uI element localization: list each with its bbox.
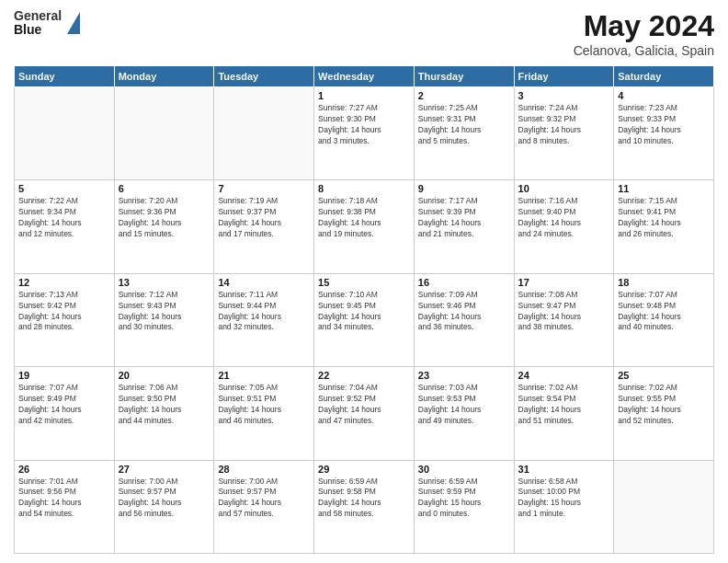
calendar-cell: 12Sunrise: 7:13 AM Sunset: 9:42 PM Dayli… [15, 273, 115, 366]
day-number: 27 [119, 464, 210, 475]
day-info: Sunrise: 7:03 AM Sunset: 9:53 PM Dayligh… [418, 383, 510, 427]
calendar-cell: 19Sunrise: 7:07 AM Sunset: 9:49 PM Dayli… [15, 367, 115, 460]
day-info: Sunrise: 7:00 AM Sunset: 9:57 PM Dayligh… [218, 477, 310, 521]
day-number: 21 [218, 370, 310, 381]
day-info: Sunrise: 7:07 AM Sunset: 9:48 PM Dayligh… [618, 290, 710, 334]
calendar-cell: 16Sunrise: 7:09 AM Sunset: 9:46 PM Dayli… [414, 273, 514, 366]
calendar-cell: 22Sunrise: 7:04 AM Sunset: 9:52 PM Dayli… [314, 367, 415, 460]
logo-text: General Blue [14, 9, 62, 38]
day-number: 25 [618, 370, 710, 381]
day-info: Sunrise: 6:59 AM Sunset: 9:58 PM Dayligh… [318, 477, 410, 521]
calendar-week-3: 12Sunrise: 7:13 AM Sunset: 9:42 PM Dayli… [15, 273, 714, 366]
day-info: Sunrise: 7:27 AM Sunset: 9:30 PM Dayligh… [318, 103, 410, 147]
day-info: Sunrise: 7:04 AM Sunset: 9:52 PM Dayligh… [318, 383, 410, 427]
day-number: 15 [318, 277, 410, 288]
day-info: Sunrise: 7:18 AM Sunset: 9:38 PM Dayligh… [318, 196, 410, 240]
day-number: 16 [418, 277, 510, 288]
calendar-cell: 10Sunrise: 7:16 AM Sunset: 9:40 PM Dayli… [514, 180, 614, 273]
col-saturday: Saturday [614, 66, 714, 87]
calendar-cell: 24Sunrise: 7:02 AM Sunset: 9:54 PM Dayli… [514, 367, 614, 460]
calendar-cell: 26Sunrise: 7:01 AM Sunset: 9:56 PM Dayli… [15, 460, 115, 553]
calendar-cell: 17Sunrise: 7:08 AM Sunset: 9:47 PM Dayli… [514, 273, 614, 366]
day-number: 17 [518, 277, 610, 288]
day-number: 8 [318, 183, 410, 194]
day-number: 13 [119, 277, 210, 288]
calendar-cell: 6Sunrise: 7:20 AM Sunset: 9:36 PM Daylig… [114, 180, 214, 273]
day-info: Sunrise: 7:19 AM Sunset: 9:37 PM Dayligh… [218, 196, 310, 240]
page: General Blue May 2024 Celanova, Galicia,… [0, 0, 728, 563]
calendar-cell: 23Sunrise: 7:03 AM Sunset: 9:53 PM Dayli… [414, 367, 514, 460]
calendar-cell: 31Sunrise: 6:58 AM Sunset: 10:00 PM Dayl… [514, 460, 614, 553]
days-of-week-row: Sunday Monday Tuesday Wednesday Thursday… [15, 66, 714, 87]
day-number: 4 [618, 90, 710, 101]
col-monday: Monday [114, 66, 214, 87]
calendar-cell [114, 87, 214, 180]
day-info: Sunrise: 7:01 AM Sunset: 9:56 PM Dayligh… [18, 477, 110, 521]
calendar-subtitle: Celanova, Galicia, Spain [574, 43, 714, 58]
day-number: 3 [518, 90, 610, 101]
calendar-week-1: 1Sunrise: 7:27 AM Sunset: 9:30 PM Daylig… [15, 87, 714, 180]
day-number: 9 [418, 183, 510, 194]
calendar-week-4: 19Sunrise: 7:07 AM Sunset: 9:49 PM Dayli… [15, 367, 714, 460]
logo-line2: Blue [14, 23, 62, 37]
day-info: Sunrise: 7:20 AM Sunset: 9:36 PM Dayligh… [119, 196, 210, 240]
calendar-body: 1Sunrise: 7:27 AM Sunset: 9:30 PM Daylig… [15, 87, 714, 554]
header: General Blue May 2024 Celanova, Galicia,… [14, 9, 714, 58]
day-number: 24 [518, 370, 610, 381]
calendar-cell: 9Sunrise: 7:17 AM Sunset: 9:39 PM Daylig… [414, 180, 514, 273]
day-info: Sunrise: 7:05 AM Sunset: 9:51 PM Dayligh… [218, 383, 310, 427]
calendar-week-5: 26Sunrise: 7:01 AM Sunset: 9:56 PM Dayli… [15, 460, 714, 553]
day-number: 10 [518, 183, 610, 194]
day-info: Sunrise: 7:08 AM Sunset: 9:47 PM Dayligh… [518, 290, 610, 334]
calendar-table: Sunday Monday Tuesday Wednesday Thursday… [14, 65, 714, 554]
logo: General Blue [14, 9, 80, 38]
calendar-cell [15, 87, 115, 180]
calendar-cell: 5Sunrise: 7:22 AM Sunset: 9:34 PM Daylig… [15, 180, 115, 273]
calendar-cell: 11Sunrise: 7:15 AM Sunset: 9:41 PM Dayli… [614, 180, 714, 273]
day-info: Sunrise: 7:15 AM Sunset: 9:41 PM Dayligh… [618, 196, 710, 240]
calendar-cell: 15Sunrise: 7:10 AM Sunset: 9:45 PM Dayli… [314, 273, 415, 366]
day-info: Sunrise: 7:00 AM Sunset: 9:57 PM Dayligh… [119, 477, 210, 521]
col-sunday: Sunday [15, 66, 115, 87]
calendar-cell: 20Sunrise: 7:06 AM Sunset: 9:50 PM Dayli… [114, 367, 214, 460]
day-info: Sunrise: 7:02 AM Sunset: 9:55 PM Dayligh… [618, 383, 710, 427]
day-info: Sunrise: 7:02 AM Sunset: 9:54 PM Dayligh… [518, 383, 610, 427]
day-number: 19 [18, 370, 110, 381]
calendar-cell: 27Sunrise: 7:00 AM Sunset: 9:57 PM Dayli… [114, 460, 214, 553]
day-number: 20 [119, 370, 210, 381]
calendar-cell: 2Sunrise: 7:25 AM Sunset: 9:31 PM Daylig… [414, 87, 514, 180]
calendar-week-2: 5Sunrise: 7:22 AM Sunset: 9:34 PM Daylig… [15, 180, 714, 273]
day-number: 2 [418, 90, 510, 101]
calendar-header: Sunday Monday Tuesday Wednesday Thursday… [15, 66, 714, 87]
calendar-cell: 14Sunrise: 7:11 AM Sunset: 9:44 PM Dayli… [214, 273, 314, 366]
calendar-cell: 13Sunrise: 7:12 AM Sunset: 9:43 PM Dayli… [114, 273, 214, 366]
day-number: 30 [418, 464, 510, 475]
title-block: May 2024 Celanova, Galicia, Spain [574, 9, 714, 58]
day-info: Sunrise: 7:22 AM Sunset: 9:34 PM Dayligh… [18, 196, 110, 240]
day-number: 31 [518, 464, 610, 475]
calendar-cell: 25Sunrise: 7:02 AM Sunset: 9:55 PM Dayli… [614, 367, 714, 460]
day-number: 28 [218, 464, 310, 475]
day-number: 22 [318, 370, 410, 381]
day-info: Sunrise: 7:17 AM Sunset: 9:39 PM Dayligh… [418, 196, 510, 240]
calendar-cell: 8Sunrise: 7:18 AM Sunset: 9:38 PM Daylig… [314, 180, 415, 273]
calendar-cell: 28Sunrise: 7:00 AM Sunset: 9:57 PM Dayli… [214, 460, 314, 553]
col-thursday: Thursday [414, 66, 514, 87]
calendar-cell [214, 87, 314, 180]
day-info: Sunrise: 7:24 AM Sunset: 9:32 PM Dayligh… [518, 103, 610, 147]
logo-triangle-icon [67, 12, 80, 34]
calendar-cell: 1Sunrise: 7:27 AM Sunset: 9:30 PM Daylig… [314, 87, 415, 180]
day-number: 26 [18, 464, 110, 475]
day-info: Sunrise: 7:09 AM Sunset: 9:46 PM Dayligh… [418, 290, 510, 334]
calendar-cell: 29Sunrise: 6:59 AM Sunset: 9:58 PM Dayli… [314, 460, 415, 553]
day-info: Sunrise: 7:16 AM Sunset: 9:40 PM Dayligh… [518, 196, 610, 240]
calendar-cell: 21Sunrise: 7:05 AM Sunset: 9:51 PM Dayli… [214, 367, 314, 460]
calendar-title: May 2024 [574, 9, 714, 43]
logo-line1: General [14, 9, 62, 23]
day-info: Sunrise: 7:11 AM Sunset: 9:44 PM Dayligh… [218, 290, 310, 334]
day-number: 12 [18, 277, 110, 288]
calendar-cell: 7Sunrise: 7:19 AM Sunset: 9:37 PM Daylig… [214, 180, 314, 273]
day-number: 5 [18, 183, 110, 194]
day-number: 14 [218, 277, 310, 288]
day-info: Sunrise: 7:13 AM Sunset: 9:42 PM Dayligh… [18, 290, 110, 334]
